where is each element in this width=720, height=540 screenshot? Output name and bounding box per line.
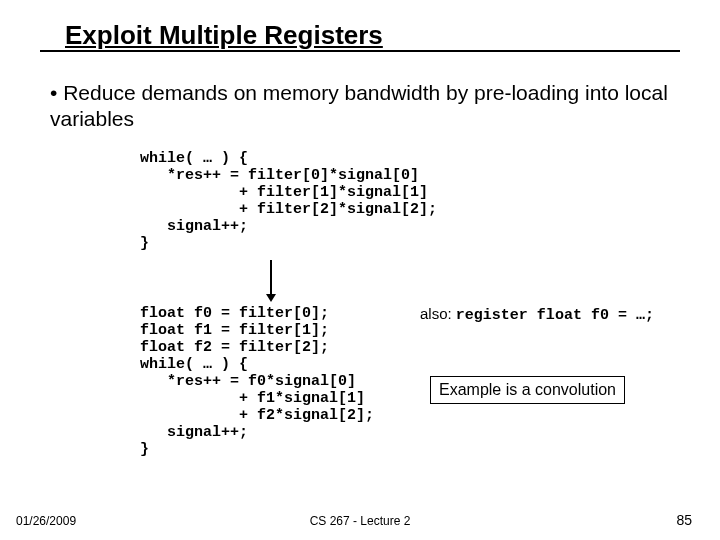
footer-course: CS 267 - Lecture 2	[0, 514, 720, 528]
title-underline-rule	[40, 50, 680, 52]
bullet-text: • Reduce demands on memory bandwidth by …	[50, 80, 690, 133]
also-prefix: also:	[420, 305, 456, 322]
slide-title: Exploit Multiple Registers	[65, 20, 383, 51]
code-block-after: float f0 = filter[0]; float f1 = filter[…	[140, 305, 374, 458]
code-block-before: while( … ) { *res++ = filter[0]*signal[0…	[140, 150, 437, 252]
example-box: Example is a convolution	[430, 376, 625, 404]
arrow-down-icon	[270, 260, 272, 300]
footer-page-number: 85	[676, 512, 692, 528]
also-note: also: register float f0 = …;	[420, 305, 654, 324]
also-code: register float f0 = …;	[456, 307, 654, 324]
